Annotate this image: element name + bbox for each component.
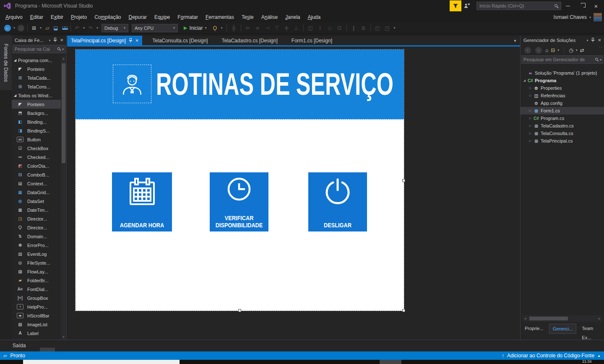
tree-item-telaprincipal-cs[interactable]: ▷⊞TelaPrincipal.cs xyxy=(521,137,604,145)
output-tab[interactable]: Saída xyxy=(13,343,26,348)
toolbox-item-datagrid[interactable]: ▦DataGrid... xyxy=(12,188,61,197)
open-file-icon[interactable]: ▱ xyxy=(43,25,52,31)
close-button[interactable]: × xyxy=(589,0,603,12)
verificar-disponibilidade-button[interactable]: VERIFICAR DISPONIBILIDADE xyxy=(210,172,268,231)
redo-dropdown-icon[interactable]: ▾ xyxy=(95,26,100,30)
solution-search-input[interactable] xyxy=(522,57,595,62)
start-debugging-button[interactable]: ▶ Iniciar ▾ xyxy=(184,25,207,31)
chevron-down-icon[interactable]: ▾ xyxy=(576,48,578,52)
chevron-down-icon[interactable]: ▾ xyxy=(586,39,588,42)
toolbox-item-context[interactable]: ▤Context... xyxy=(12,179,61,188)
toolbox-item-flowlay[interactable]: ▨FlowLay... xyxy=(12,267,61,276)
scrollbar-thumb[interactable] xyxy=(62,63,65,163)
toolbox-item-folderbr[interactable]: ▰FolderBr... xyxy=(12,276,61,285)
resize-handle-bottom[interactable] xyxy=(238,309,241,312)
tab-telaconsulta-cs-design[interactable]: TelaConsulta.cs [Design] xyxy=(148,36,211,45)
quick-launch-input[interactable] xyxy=(477,3,554,8)
toolbox-item-datetim[interactable]: ▦DateTim... xyxy=(12,205,61,214)
back-icon[interactable]: ‹ xyxy=(524,47,531,54)
find-in-files-icon[interactable]: Ϙ xyxy=(211,25,219,31)
back-dropdown-icon[interactable]: ▾ xyxy=(12,26,17,30)
person-picture-box[interactable] xyxy=(113,65,151,103)
expand-icon[interactable]: ▷ xyxy=(528,117,533,120)
menu-arquivo[interactable]: Arquivo xyxy=(2,12,26,23)
new-file-dropdown-icon[interactable]: ▾ xyxy=(38,26,43,30)
toolbox-item-telacada[interactable]: ⊞TelaCada... xyxy=(12,73,61,82)
toolbox-item-label[interactable]: ALabel xyxy=(12,329,61,338)
tab-telacadastro-cs-design[interactable]: TelaCadastro.cs [Design] xyxy=(218,36,281,45)
signed-in-user[interactable]: Ismael Chaves xyxy=(554,14,587,20)
expand-icon[interactable]: ▷ xyxy=(528,124,533,127)
quick-launch-search[interactable] xyxy=(476,2,561,10)
toolbox-item-filesyste[interactable]: ◎FileSyste... xyxy=(12,258,61,267)
solution-platform-select[interactable]: Any CPU ▾ xyxy=(132,24,178,32)
toolbox-item-backgro[interactable]: ⬒Backgro... xyxy=(12,109,61,117)
tool-tab-proprie[interactable]: Proprie... xyxy=(521,324,547,334)
scrollbar-thumb[interactable] xyxy=(529,317,568,320)
toolbar-overflow-icon[interactable]: ▾ xyxy=(219,26,224,30)
toolbox-item-telacons[interactable]: ⊞TelaCons... xyxy=(12,82,61,91)
toolbox-group-todos-os-wind[interactable]: ◢Todos os Wind... xyxy=(12,91,61,100)
resize-handle-corner[interactable] xyxy=(402,309,405,312)
navigate-forward-icon[interactable]: → xyxy=(18,25,24,31)
toolbox-search-input[interactable] xyxy=(13,47,57,52)
toolbox-item-ponteiro[interactable]: ◤Ponteiro xyxy=(12,65,61,73)
close-icon[interactable]: × xyxy=(598,38,601,42)
menu-formatar[interactable]: Formatar xyxy=(174,12,202,23)
tree-item-app-config[interactable]: ⚙App.config xyxy=(521,99,604,107)
tree-item-refer-ncias[interactable]: ▷◫Referências xyxy=(521,92,604,99)
solution-explorer-search[interactable]: ▾ xyxy=(521,55,603,64)
scroll-right-icon[interactable]: ▸ xyxy=(597,315,602,322)
menu-exibir[interactable]: Exibir xyxy=(47,12,67,23)
tool-tab-team-ex[interactable]: Team Ex... xyxy=(578,324,604,334)
toolbox-group-programa-com[interactable]: ◢Programa com... xyxy=(12,56,61,65)
minimize-button[interactable] xyxy=(562,0,574,12)
redo-icon[interactable]: ↷ xyxy=(86,25,95,31)
sync-with-active-document-icon[interactable]: ⇄ xyxy=(580,47,584,53)
toolbox-item-imagelist[interactable]: ▧ImageList xyxy=(12,320,61,329)
save-icon[interactable]: ⬓ xyxy=(52,25,60,31)
designed-form[interactable]: ROTINAS DE SERVIÇO xyxy=(76,49,404,311)
chevron-down-icon[interactable]: ▾ xyxy=(557,48,559,52)
toolbox-item-groupbox[interactable]: [ˣʸ]GroupBox xyxy=(12,294,61,302)
tree-item-properties[interactable]: ▷⚙Properties xyxy=(521,84,604,92)
expand-icon[interactable]: ▷ xyxy=(528,94,533,97)
toolbox-item-binding[interactable]: ◧Binding... xyxy=(12,117,61,126)
toolbox-item-helppro[interactable]: ?HelpPro... xyxy=(12,302,61,311)
tree-item-telacadastro-cs[interactable]: ▷⊞TelaCadastro.cs xyxy=(521,122,604,130)
menu-depurar[interactable]: Depurar xyxy=(125,12,151,23)
toolbox-item-fontdial[interactable]: A≡FontDial... xyxy=(12,285,61,294)
tool-tab-gerenci[interactable]: Gerenci... xyxy=(549,324,577,334)
expand-icon[interactable]: ▷ xyxy=(528,132,533,135)
new-file-icon[interactable]: ⊞ xyxy=(30,25,38,31)
pending-changes-filter-icon[interactable]: ◷ xyxy=(569,47,573,53)
agendar-hora-button[interactable]: AGENDAR HORA xyxy=(112,172,172,231)
pin-icon[interactable] xyxy=(129,38,133,43)
toolbox-item-button[interactable]: abButton xyxy=(12,135,61,144)
restore-button[interactable] xyxy=(575,0,587,12)
chevron-down-icon[interactable]: ▾ xyxy=(600,58,601,62)
avatar[interactable] xyxy=(594,13,602,21)
menu-projeto[interactable]: Projeto xyxy=(67,12,91,23)
toolbox-item-errorpro[interactable]: ⊗ErrorPro... xyxy=(12,241,61,250)
toolbox-item-checked[interactable]: ≔Checked... xyxy=(12,153,61,161)
collapse-all-icon[interactable]: ⊟ xyxy=(551,47,555,53)
send-feedback-icon[interactable] xyxy=(464,3,470,10)
toolbox-item-ponteiro[interactable]: ◤Ponteiro xyxy=(12,100,61,109)
pin-icon[interactable] xyxy=(591,38,595,43)
menu-teste[interactable]: Teste xyxy=(238,12,258,23)
toolbox-search[interactable]: ▾ xyxy=(13,45,65,53)
menu-ajuda[interactable]: Ajuda xyxy=(304,12,324,23)
home-icon[interactable]: ⌂ xyxy=(545,47,548,53)
scroll-left-icon[interactable]: ◂ xyxy=(523,315,528,322)
tab-form1-cs-design[interactable]: Form1.cs [Design] xyxy=(288,36,336,45)
navigate-back-icon[interactable]: ← xyxy=(4,25,11,31)
toolbox-item-director[interactable]: ◳Director... xyxy=(12,214,61,223)
tree-item-solu-o-programa-1-projeto[interactable]: ∞Solução 'Programa' (1 projeto) xyxy=(521,69,604,77)
toolbox-item-checkbox[interactable]: ☑CheckBox xyxy=(12,144,61,153)
desligar-button[interactable]: DESLIGAR xyxy=(308,172,367,231)
menu-ferramentas[interactable]: Ferramentas xyxy=(202,12,238,23)
toolbox-item-hscrollbar[interactable]: ◂▸HScrollBar xyxy=(12,311,61,320)
forward-icon[interactable]: › xyxy=(535,47,542,54)
scroll-down-icon[interactable]: ▾ xyxy=(61,335,66,339)
